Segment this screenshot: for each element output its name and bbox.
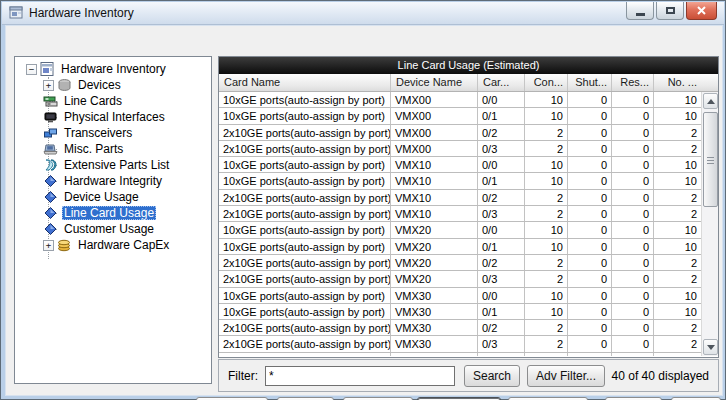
cell: 0: [612, 288, 654, 303]
tree-item-hardware-integrity[interactable]: Hardware Integrity: [15, 173, 211, 189]
scrollbar-thumb[interactable]: [703, 112, 718, 207]
table-row[interactable]: 2x10GE ports(auto-assign by port)VMX300/…: [219, 336, 701, 352]
cell: VMX40: [391, 353, 478, 356]
filter-input[interactable]: [265, 366, 455, 386]
cell: 2: [525, 320, 568, 335]
cell: VMX10: [391, 173, 478, 188]
diamond-icon: [43, 174, 58, 188]
cell: 10xGE ports(auto-assign by port): [219, 288, 391, 303]
column-header-res[interactable]: Res...: [612, 74, 654, 91]
column-header-no[interactable]: No. ...: [654, 74, 701, 91]
print-button[interactable]: Print...: [417, 397, 501, 400]
tree-item-line-card-usage[interactable]: Line Card Usage: [15, 205, 211, 221]
adv-filter-button[interactable]: Adv Filter...: [527, 365, 605, 387]
search-button[interactable]: Search: [464, 365, 520, 387]
table-row[interactable]: 10xGE ports(auto-assign by port)VMX200/1…: [219, 239, 701, 255]
close-button[interactable]: Close: [605, 397, 662, 400]
twisty-minus-icon[interactable]: −: [26, 64, 37, 75]
cell: 0: [612, 271, 654, 286]
cell: 2x10GE ports(auto-assign by port): [219, 125, 391, 140]
cell: VMX30: [391, 304, 478, 319]
tree-item-misc-parts[interactable]: Misc. Parts: [15, 141, 211, 157]
minimize-button[interactable]: [626, 2, 654, 20]
cell: 0: [612, 222, 654, 237]
tree-item-label: Customer Usage: [62, 222, 156, 236]
cell: 0/2: [478, 125, 525, 140]
table-row[interactable]: 2x10GE ports(auto-assign by port)VMX300/…: [219, 320, 701, 336]
table-row[interactable]: 2x10GE ports(auto-assign by port)VMX100/…: [219, 206, 701, 222]
scrollbar-up-button[interactable]: [703, 93, 718, 109]
cell: 0/1: [478, 108, 525, 123]
cell: VMX10: [391, 206, 478, 221]
scrollbar-down-button[interactable]: [703, 339, 718, 355]
table-row[interactable]: 10xGE ports(auto-assign by port)VMX000/1…: [219, 108, 701, 124]
events-button[interactable]: Events: [343, 397, 413, 400]
cell: 0/3: [478, 206, 525, 221]
cell: 10xGE ports(auto-assign by port): [219, 92, 391, 107]
column-header-car[interactable]: Car...: [478, 74, 525, 91]
cell: VMX30: [391, 336, 478, 351]
physical-interfaces-icon: [43, 110, 58, 124]
table-row[interactable]: 10xGE ports(auto-assign by port)VMX200/0…: [219, 222, 701, 238]
vertical-scrollbar[interactable]: [701, 92, 718, 356]
actions-button[interactable]: Actions: [196, 397, 268, 400]
cell: 0/3: [478, 336, 525, 351]
table-row[interactable]: 2x10GE ports(auto-assign by port)VMX200/…: [219, 255, 701, 271]
maximize-button[interactable]: [656, 2, 684, 20]
titlebar: Hardware Inventory: [2, 2, 724, 25]
table-row[interactable]: 10xGE ports(auto-assign by port)VMX100/1…: [219, 173, 701, 189]
tree-item-customer-usage[interactable]: Customer Usage: [15, 221, 211, 237]
tree-item-hardware-inventory[interactable]: −Hardware Inventory: [15, 61, 211, 77]
cell: 0: [612, 239, 654, 254]
table-row[interactable]: 2x10GE ports(auto-assign by port)VMX200/…: [219, 271, 701, 287]
window-controls: [626, 2, 717, 20]
client-area: −Hardware Inventory+DevicesLine CardsPhy…: [5, 25, 723, 396]
cell: 2: [525, 271, 568, 286]
table-row[interactable]: 2x10GE ports(auto-assign by port)VMX000/…: [219, 141, 701, 157]
tree-item-transceivers[interactable]: Transceivers: [15, 125, 211, 141]
cell: 10xGE ports(auto-assign by port): [219, 304, 391, 319]
cell: VMX20: [391, 271, 478, 286]
table-row[interactable]: 2x10GE ports(auto-assign by port)VMX100/…: [219, 190, 701, 206]
cell: 0/2: [478, 190, 525, 205]
tree-item-line-cards[interactable]: Line Cards: [15, 93, 211, 109]
cell: 10: [654, 173, 701, 188]
cell: 2x10GE ports(auto-assign by port): [219, 206, 391, 221]
cell: 2: [525, 255, 568, 270]
tree-item-extensive-parts-list[interactable]: Extensive Parts List: [15, 157, 211, 173]
cell: 10: [525, 92, 568, 107]
tree-item-devices[interactable]: +Devices: [15, 77, 211, 93]
cell: 0/2: [478, 255, 525, 270]
column-header-con[interactable]: Con...: [525, 74, 568, 91]
cell: 0: [612, 336, 654, 351]
tree-item-device-usage[interactable]: Device Usage: [15, 189, 211, 205]
close-button[interactable]: [686, 2, 717, 20]
table-row[interactable]: 10xGE ports(auto-assign by port)VMX000/0…: [219, 92, 701, 108]
refresh-button[interactable]: Refresh: [508, 397, 588, 400]
twisty-plus-icon[interactable]: +: [43, 80, 54, 91]
cell: 2: [525, 125, 568, 140]
cell: VMX00: [391, 108, 478, 123]
column-header-shut[interactable]: Shut...: [568, 74, 612, 91]
table-row[interactable]: 10xGE ports(auto-assign by port)VMX100/0…: [219, 157, 701, 173]
cell: VMX00: [391, 141, 478, 156]
cell: 0: [568, 255, 612, 270]
table-row[interactable]: 10xGE ports(auto-assign by port)VMX300/1…: [219, 304, 701, 320]
cell: 2: [654, 141, 701, 156]
table-row[interactable]: 10xGE ports(auto-assign by port)VMX300/0…: [219, 288, 701, 304]
cell: 0/0: [478, 288, 525, 303]
table-row[interactable]: 2x10GE ports(auto-assign by port)VMX000/…: [219, 125, 701, 141]
diamond-icon: [43, 206, 58, 220]
cell: 2: [654, 206, 701, 221]
load-button[interactable]: Load: [277, 397, 334, 400]
line-cards-icon: [43, 94, 58, 108]
table-row[interactable]: 10xGE ports(auto-assign by port)VMX400/0…: [219, 353, 701, 356]
tree-item-hardware-capex[interactable]: +Hardware CapEx: [15, 237, 211, 253]
twisty-plus-icon[interactable]: +: [43, 240, 54, 251]
tree-item-physical-interfaces[interactable]: Physical Interfaces: [15, 109, 211, 125]
help-button[interactable]: Help: [671, 397, 721, 400]
column-header-device-name[interactable]: Device Name: [391, 74, 478, 91]
filter-bar: Filter: Search Adv Filter... 40 of 40 di…: [218, 359, 719, 392]
cell: 0/0: [478, 92, 525, 107]
column-header-card-name[interactable]: Card Name: [219, 74, 391, 91]
